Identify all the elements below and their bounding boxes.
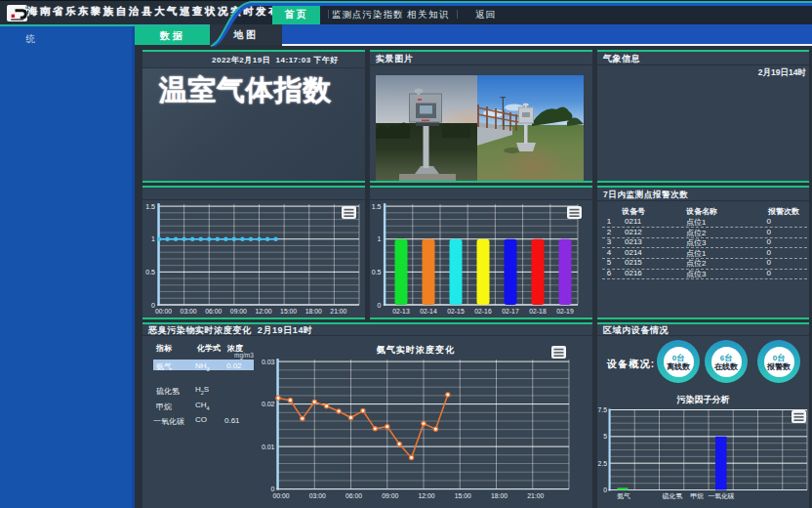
svg-text:02-16: 02-16 [474,308,492,315]
svg-text:02-18: 02-18 [529,308,547,315]
svg-text:21:00: 21:00 [527,492,544,499]
svg-text:0.5: 0.5 [145,269,155,275]
svg-text:氨气: 氨气 [617,492,630,499]
svg-text:0.5: 0.5 [372,269,382,275]
svg-text:12:00: 12:00 [418,492,434,499]
svg-text:0: 0 [378,302,382,309]
svg-text:09:00: 09:00 [230,308,247,315]
svg-text:一氧化碳: 一氧化碳 [708,492,734,500]
svg-text:06:00: 06:00 [345,492,362,499]
svg-text:1: 1 [378,235,382,242]
svg-text:15:00: 15:00 [280,308,297,315]
svg-text:1.5: 1.5 [372,203,382,210]
svg-text:0.03: 0.03 [262,359,275,365]
svg-text:18:00: 18:00 [305,308,322,315]
svg-text:02-17: 02-17 [502,308,519,315]
svg-text:00:00: 00:00 [272,492,289,499]
svg-text:5: 5 [603,433,607,440]
svg-text:03:00: 03:00 [309,492,326,499]
svg-text:甲烷: 甲烷 [690,492,704,500]
svg-text:02-15: 02-15 [447,308,465,315]
svg-text:02-14: 02-14 [420,308,437,315]
svg-text:7.5: 7.5 [598,406,608,413]
svg-text:03:00: 03:00 [181,308,197,315]
svg-text:02-13: 02-13 [392,308,410,315]
svg-text:00:00: 00:00 [155,308,172,315]
svg-text:12:00: 12:00 [255,308,271,315]
svg-text:氨气实时浓度变化: 氨气实时浓度变化 [376,344,455,355]
svg-text:1.5: 1.5 [145,203,155,210]
svg-text:2.5: 2.5 [598,460,608,467]
svg-text:1: 1 [151,235,155,242]
svg-text:06:00: 06:00 [205,308,222,315]
svg-text:09:00: 09:00 [382,492,398,499]
svg-text:0: 0 [603,487,607,493]
svg-text:18:00: 18:00 [491,492,508,499]
svg-text:0.01: 0.01 [262,444,275,450]
svg-text:21:00: 21:00 [330,308,346,315]
svg-text:0.02: 0.02 [262,401,275,407]
svg-text:15:00: 15:00 [455,492,471,499]
svg-text:02-19: 02-19 [556,308,574,315]
svg-text:硫化氢: 硫化氢 [662,492,683,500]
